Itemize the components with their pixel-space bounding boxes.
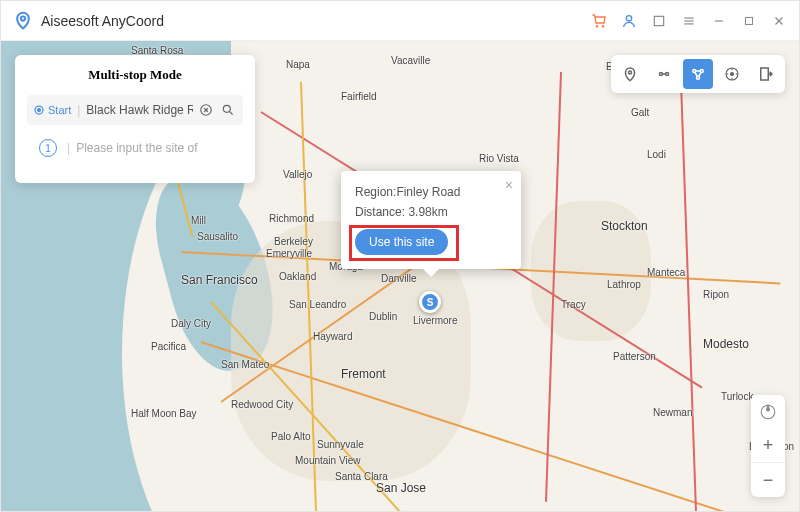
popup-distance: Distance: 3.98km [355, 205, 507, 219]
svg-point-13 [38, 109, 41, 112]
stop-input[interactable]: Please input the site of [76, 141, 237, 155]
svg-point-25 [697, 76, 700, 79]
city-label: Turlock [721, 391, 753, 402]
city-label: Oakland [279, 271, 316, 282]
city-label: Palo Alto [271, 431, 310, 442]
city-label: San Francisco [181, 273, 258, 287]
svg-point-17 [223, 105, 230, 112]
one-stop-button[interactable] [649, 59, 679, 89]
user-icon[interactable] [621, 13, 637, 29]
start-input[interactable]: Black Hawk Ridge Roa [86, 103, 193, 117]
city-label: Napa [286, 59, 310, 70]
city-label: Mountain View [295, 455, 360, 466]
city-label: Galt [631, 107, 649, 118]
zoom-out-button[interactable]: − [751, 463, 785, 497]
city-label: Lathrop [607, 279, 641, 290]
city-label: San Leandro [289, 299, 346, 310]
city-label: San Mateo [221, 359, 269, 370]
city-label: Vallejo [283, 169, 312, 180]
city-label: Redwood City [231, 399, 293, 410]
stop-input-row[interactable]: 1 | Please input the site of [27, 133, 243, 163]
stop-number-badge: 1 [39, 139, 57, 157]
svg-point-23 [693, 70, 696, 73]
city-label: Rio Vista [479, 153, 519, 164]
search-icon[interactable] [219, 101, 237, 119]
svg-point-19 [629, 71, 632, 74]
map-canvas[interactable]: Santa Rosa Sebastopol Napa Fairfield Vac… [1, 41, 799, 511]
svg-point-1 [596, 25, 597, 26]
svg-point-21 [666, 73, 669, 76]
city-label: Ripon [703, 289, 729, 300]
city-label: Modesto [703, 337, 749, 351]
city-label: Pacifica [151, 341, 186, 352]
start-chip: Start [33, 104, 71, 116]
minimize-icon[interactable] [711, 13, 727, 29]
close-icon[interactable] [771, 13, 787, 29]
city-label: Berkeley [274, 236, 313, 247]
modify-location-button[interactable] [615, 59, 645, 89]
city-label: Livermore [413, 315, 457, 326]
city-label: Stockton [601, 219, 648, 233]
use-this-site-button[interactable]: Use this site [355, 229, 448, 255]
location-popup: × Region:Finley Road Distance: 3.98km Us… [341, 171, 521, 269]
mode-toolbar [611, 55, 785, 93]
compass-icon[interactable] [751, 395, 785, 429]
multi-stop-button[interactable] [683, 59, 713, 89]
city-label: Fremont [341, 367, 386, 381]
svg-point-2 [602, 25, 603, 26]
city-label: Emeryville [266, 248, 312, 259]
city-label: Sunnyvale [317, 439, 364, 450]
joystick-button[interactable] [717, 59, 747, 89]
svg-line-18 [230, 112, 233, 115]
city-label: Vacaville [391, 55, 430, 66]
city-label: Patterson [613, 351, 656, 362]
maximize-icon[interactable] [741, 13, 757, 29]
svg-point-0 [21, 16, 25, 20]
city-label: Richmond [269, 213, 314, 224]
window-icon[interactable] [651, 13, 667, 29]
city-label: Danville [381, 273, 417, 284]
city-label: Manteca [647, 267, 685, 278]
city-label: San Jose [376, 481, 426, 495]
start-input-row[interactable]: Start | Black Hawk Ridge Roa [27, 95, 243, 125]
city-label: Hayward [313, 331, 352, 342]
city-label: Tracy [561, 299, 586, 310]
titlebar: Aiseesoft AnyCoord [1, 1, 799, 41]
popup-close-icon[interactable]: × [505, 177, 513, 193]
popup-region: Region:Finley Road [355, 185, 507, 199]
city-label: Half Moon Bay [131, 408, 197, 419]
city-label: Daly City [171, 318, 211, 329]
svg-point-3 [626, 15, 631, 20]
city-label: Mill [191, 215, 206, 226]
svg-point-27 [731, 73, 734, 76]
svg-rect-4 [654, 16, 663, 25]
svg-point-24 [700, 70, 703, 73]
svg-point-20 [660, 73, 663, 76]
city-label: Newman [653, 407, 692, 418]
multi-stop-panel: Multi-stop Mode Start | Black Hawk Ridge… [15, 55, 255, 183]
zoom-control: + − [751, 395, 785, 497]
city-label: Sausalito [197, 231, 238, 242]
export-button[interactable] [751, 59, 781, 89]
city-label: Lodi [647, 149, 666, 160]
cart-icon[interactable] [591, 13, 607, 29]
app-title: Aiseesoft AnyCoord [41, 13, 591, 29]
clear-icon[interactable] [197, 101, 215, 119]
titlebar-actions [591, 13, 787, 29]
svg-rect-9 [746, 17, 753, 24]
panel-title: Multi-stop Mode [27, 67, 243, 83]
app-logo-icon [13, 11, 33, 31]
map-marker-icon[interactable]: S [419, 291, 441, 313]
zoom-in-button[interactable]: + [751, 429, 785, 463]
city-label: Fairfield [341, 91, 377, 102]
city-label: Dublin [369, 311, 397, 322]
menu-icon[interactable] [681, 13, 697, 29]
